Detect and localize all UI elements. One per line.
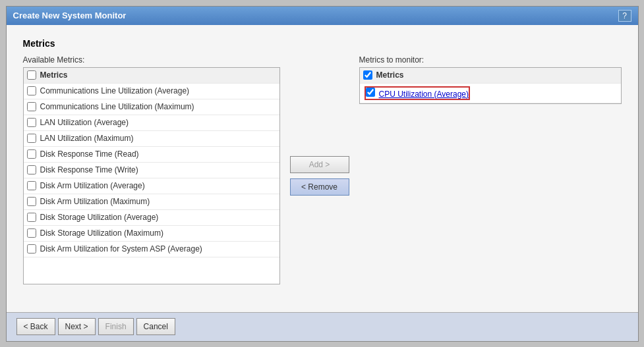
- available-item-checkbox[interactable]: [27, 102, 36, 111]
- transfer-buttons: Add > < Remove: [287, 156, 353, 196]
- available-list-item[interactable]: Communications Line Utilization (Average…: [24, 84, 279, 99]
- help-button[interactable]: ?: [618, 10, 631, 22]
- available-list-item[interactable]: Disk Storage Utilization (Maximum): [24, 226, 279, 242]
- available-item-label: Disk Response Time (Read): [40, 149, 139, 159]
- monitor-item-label[interactable]: CPU Utilization (Average): [379, 90, 469, 99]
- available-metrics-panel: Available Metrics: MetricsCommunications…: [23, 55, 280, 284]
- available-item-label: LAN Utilization (Maximum): [40, 134, 134, 143]
- monitor-item-checkbox[interactable]: [366, 88, 375, 97]
- monitor-metrics-label: Metrics to monitor:: [359, 55, 622, 65]
- dialog-content: Metrics Available Metrics: MetricsCommun…: [7, 25, 638, 312]
- available-item-checkbox[interactable]: [27, 213, 36, 222]
- available-list-item[interactable]: Communications Line Utilization (Maximum…: [24, 99, 279, 115]
- monitor-metrics-list[interactable]: MetricsCPU Utilization (Average): [359, 67, 622, 104]
- next-button[interactable]: Next >: [58, 318, 96, 335]
- available-list-item[interactable]: Disk Response Time (Read): [24, 147, 279, 163]
- available-metrics-list[interactable]: MetricsCommunications Line Utilization (…: [23, 67, 280, 284]
- available-item-label: Communications Line Utilization (Maximum…: [40, 102, 194, 111]
- monitor-item-checkbox[interactable]: [363, 70, 372, 80]
- available-item-label: LAN Utilization (Average): [40, 118, 129, 127]
- available-item-label: Disk Arm Utilization (Maximum): [40, 197, 150, 206]
- metrics-layout: Available Metrics: MetricsCommunications…: [23, 55, 622, 296]
- available-item-label: Communications Line Utilization (Average…: [40, 86, 190, 95]
- monitor-list-item[interactable]: CPU Utilization (Average): [360, 84, 621, 103]
- available-item-checkbox[interactable]: [27, 244, 36, 254]
- remove-button[interactable]: < Remove: [290, 178, 349, 196]
- available-item-label: Metrics: [40, 70, 68, 80]
- create-monitor-dialog: Create New System Monitor ? Metrics Avai…: [6, 6, 639, 342]
- title-bar: Create New System Monitor ?: [7, 7, 638, 25]
- available-item-label: Disk Arm Utilization for System ASP (Ave…: [40, 244, 202, 254]
- dialog-footer: < Back Next > Finish Cancel: [7, 312, 638, 341]
- available-item-checkbox[interactable]: [27, 86, 36, 95]
- available-list-item[interactable]: LAN Utilization (Average): [24, 115, 279, 131]
- available-item-checkbox[interactable]: [27, 181, 36, 190]
- available-list-item[interactable]: Disk Arm Utilization for System ASP (Ave…: [24, 242, 279, 257]
- available-item-label: Disk Response Time (Write): [40, 165, 138, 174]
- available-item-label: Disk Storage Utilization (Average): [40, 213, 159, 222]
- available-item-checkbox[interactable]: [27, 118, 36, 127]
- available-list-item[interactable]: Disk Arm Utilization (Maximum): [24, 194, 279, 210]
- monitor-list-item[interactable]: Metrics: [360, 68, 621, 84]
- dialog-title: Create New System Monitor: [13, 11, 127, 20]
- available-item-label: Disk Storage Utilization (Maximum): [40, 228, 163, 238]
- available-list-item[interactable]: Disk Storage Utilization (Average): [24, 210, 279, 226]
- section-title: Metrics: [23, 38, 622, 49]
- available-item-checkbox[interactable]: [27, 134, 36, 143]
- available-item-checkbox[interactable]: [27, 70, 36, 80]
- available-item-checkbox[interactable]: [27, 165, 36, 174]
- available-item-label: Disk Arm Utilization (Average): [40, 181, 145, 190]
- available-list-item[interactable]: Metrics: [24, 68, 279, 84]
- monitor-metrics-panel: Metrics to monitor: MetricsCPU Utilizati…: [359, 55, 622, 104]
- add-button[interactable]: Add >: [290, 156, 349, 173]
- available-item-checkbox[interactable]: [27, 228, 36, 238]
- back-button[interactable]: < Back: [16, 318, 55, 335]
- selected-item-wrapper: CPU Utilization (Average): [365, 86, 471, 100]
- available-list-item[interactable]: Disk Arm Utilization (Average): [24, 178, 279, 194]
- available-metrics-label: Available Metrics:: [23, 55, 280, 65]
- available-list-item[interactable]: LAN Utilization (Maximum): [24, 131, 279, 147]
- monitor-item-label: Metrics: [376, 70, 404, 80]
- available-item-checkbox[interactable]: [27, 149, 36, 159]
- cancel-button[interactable]: Cancel: [136, 318, 175, 335]
- finish-button[interactable]: Finish: [98, 318, 134, 335]
- available-list-item[interactable]: Disk Response Time (Write): [24, 163, 279, 178]
- available-item-checkbox[interactable]: [27, 197, 36, 206]
